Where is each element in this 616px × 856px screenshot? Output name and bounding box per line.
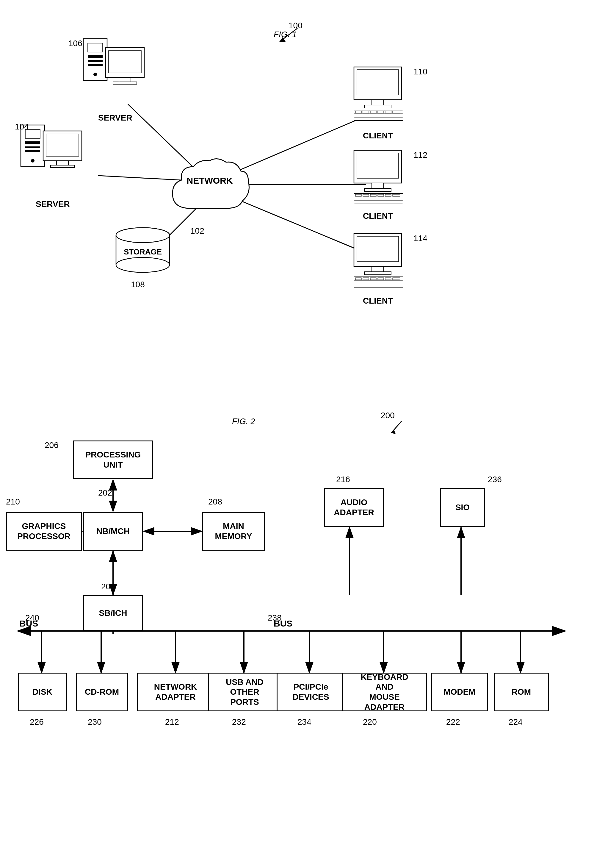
ref-230: 230 [88, 717, 102, 727]
server-left-svg [18, 122, 92, 194]
server-top-svg [80, 36, 155, 110]
client-114-label: CLIENT [363, 296, 393, 306]
sio-label: SIO [455, 502, 470, 513]
nbmch-box: NB/MCH [83, 512, 143, 551]
rom-box: ROM [494, 673, 549, 711]
ref-210: 210 [6, 497, 20, 507]
svg-rect-20 [25, 142, 40, 144]
ref-222: 222 [446, 717, 460, 727]
svg-point-13 [94, 72, 97, 76]
svg-point-23 [31, 159, 34, 163]
ref-108: 108 [131, 280, 145, 289]
svg-rect-27 [51, 165, 74, 168]
svg-text:STORAGE: STORAGE [124, 247, 162, 256]
network-cloud: NETWORK [167, 155, 253, 220]
svg-rect-21 [25, 146, 40, 148]
svg-rect-26 [57, 161, 68, 165]
svg-rect-17 [113, 82, 137, 84]
storage-svg: STORAGE [113, 226, 172, 274]
svg-rect-50 [372, 183, 384, 188]
svg-point-33 [116, 228, 169, 243]
svg-rect-36 [357, 70, 399, 95]
server-top-icon [80, 36, 155, 111]
ref-208: 208 [208, 497, 222, 507]
svg-rect-12 [88, 64, 103, 66]
server-top-label: SERVER [98, 113, 132, 123]
svg-rect-9 [88, 43, 103, 52]
ref-102: 102 [190, 226, 204, 236]
svg-rect-51 [364, 188, 391, 191]
network-label: NETWORK [181, 176, 238, 186]
svg-rect-64 [364, 272, 391, 275]
client-112-label: CLIENT [363, 211, 393, 221]
modem-box: MODEM [431, 673, 488, 711]
sbich-label: SB/ICH [99, 608, 127, 618]
ref-106: 106 [68, 39, 82, 48]
audio-label: AUDIOADAPTER [334, 497, 374, 517]
ref-236: 236 [488, 475, 502, 484]
ref-204: 204 [101, 582, 115, 591]
network-adapter-label: NETWORKADAPTER [154, 682, 197, 702]
ref-234: 234 [298, 717, 312, 727]
pci-label: PCI/PCIeDEVICES [293, 682, 329, 702]
client-114-svg [351, 232, 410, 292]
svg-point-32 [116, 257, 169, 273]
svg-rect-22 [25, 150, 40, 152]
modem-label: MODEM [444, 687, 475, 697]
sbich-box: SB/ICH [83, 595, 143, 631]
server-left-icon [18, 122, 92, 195]
ref-216: 216 [336, 475, 350, 484]
ref-112: 112 [413, 150, 427, 160]
client-112-icon [351, 149, 410, 209]
ref-220: 220 [363, 717, 377, 727]
server-left-label: SERVER [36, 199, 70, 209]
keyboard-label: KEYBOARDANDMOUSEADAPTER [361, 672, 408, 712]
figure-1: FIG. 1 100 NETWORK 102 [0, 12, 616, 393]
client-110-label: CLIENT [363, 131, 393, 140]
ref-212: 212 [165, 717, 179, 727]
disk-label: DISK [32, 687, 52, 697]
processing-unit-label: PROCESSINGUNIT [85, 450, 141, 470]
disk-box: DISK [18, 673, 67, 711]
svg-rect-49 [357, 153, 399, 178]
svg-rect-10 [88, 55, 103, 58]
svg-rect-37 [372, 100, 384, 105]
storage-icon: STORAGE [113, 226, 172, 275]
client-114-icon [351, 232, 410, 293]
processing-unit-box: PROCESSINGUNIT [73, 440, 153, 479]
svg-rect-25 [46, 134, 79, 156]
cdrom-box: CD-ROM [76, 673, 128, 711]
sio-box: SIO [440, 488, 485, 527]
svg-rect-38 [364, 105, 391, 108]
svg-rect-16 [119, 77, 131, 82]
svg-rect-62 [357, 236, 399, 262]
ref-224: 224 [508, 717, 522, 727]
nbmch-label: NB/MCH [96, 526, 130, 536]
network-adapter-box: NETWORKADAPTER [137, 673, 214, 711]
cloud-svg [167, 155, 253, 220]
figure-2: FIG. 2 200 [0, 405, 616, 851]
graphics-label: GRAPHICSPROCESSOR [17, 521, 71, 541]
pci-box: PCI/PCIeDEVICES [277, 673, 345, 711]
graphics-processor-box: GRAPHICSPROCESSOR [6, 512, 82, 551]
ref-104: 104 [15, 122, 29, 132]
client-110-svg [351, 65, 410, 125]
keyboard-box: KEYBOARDANDMOUSEADAPTER [342, 673, 427, 711]
ref-110: 110 [413, 67, 427, 77]
svg-rect-15 [109, 51, 141, 73]
svg-rect-11 [88, 60, 103, 62]
svg-rect-63 [372, 266, 384, 272]
usb-box: USB ANDOTHERPORTS [208, 673, 281, 711]
cdrom-label: CD-ROM [85, 687, 119, 697]
audio-adapter-box: AUDIOADAPTER [324, 488, 384, 527]
ref-226: 226 [30, 717, 44, 727]
ref-202-top: 202 [98, 488, 112, 498]
ref-240: 240 [25, 613, 39, 623]
rom-label: ROM [512, 687, 531, 697]
ref-114: 114 [413, 234, 427, 243]
usb-label: USB ANDOTHERPORTS [226, 677, 264, 707]
ref-238: 238 [268, 613, 282, 623]
main-memory-box: MAINMEMORY [202, 512, 265, 551]
ref-206: 206 [45, 440, 58, 450]
main-memory-label: MAINMEMORY [215, 521, 252, 541]
